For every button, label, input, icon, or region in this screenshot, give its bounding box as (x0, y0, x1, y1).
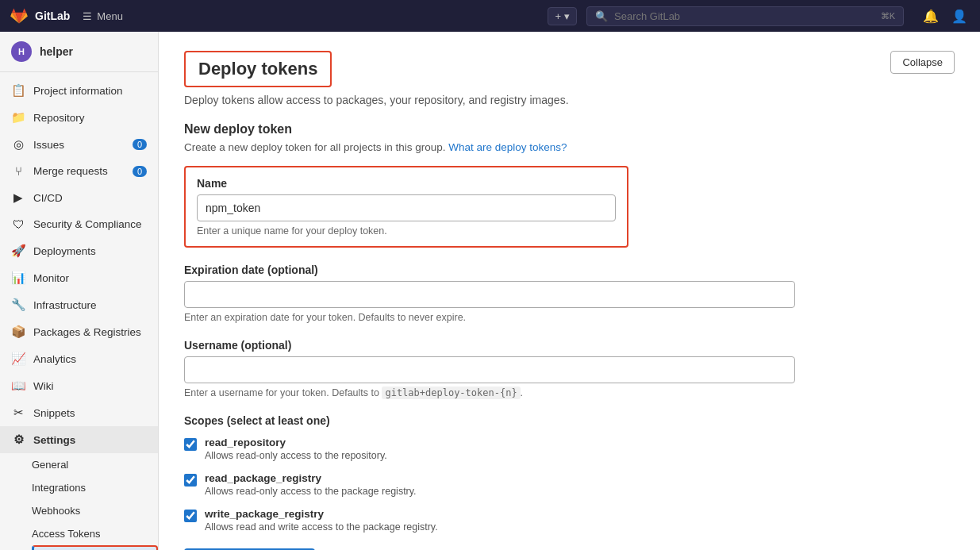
search-bar[interactable]: 🔍 ⌘K (586, 6, 904, 26)
wiki-icon: 📖 (11, 379, 25, 393)
create-new-button[interactable]: + ▾ (548, 7, 577, 25)
scope-write-package-registry-checkbox[interactable] (184, 510, 197, 522)
sidebar-item-label: Analytics (33, 353, 76, 365)
sidebar-item-label: Infrastructure (33, 299, 97, 311)
sidebar-item-label: CI/CD (33, 192, 63, 204)
sidebar-sub-item-webhooks[interactable]: Webhooks (32, 499, 158, 522)
sidebar-user: H helper (0, 32, 158, 72)
sidebar-item-project-information[interactable]: 📋 Project information (0, 77, 158, 104)
page-description: Deploy tokens allow access to packages, … (184, 94, 955, 106)
analytics-icon: 📈 (11, 352, 25, 366)
sidebar-sub-label: General (32, 459, 68, 471)
sidebar-sub-item-general[interactable]: General (32, 453, 158, 476)
infrastructure-icon: 🔧 (11, 298, 25, 312)
search-input[interactable] (614, 10, 874, 22)
sidebar-item-label: Monitor (33, 272, 69, 284)
name-field-highlight-box: Name Enter a unique name for your deploy… (184, 166, 628, 248)
sidebar-item-security-compliance[interactable]: 🛡 Security & Compliance (0, 211, 158, 237)
username-label: helper (40, 45, 73, 58)
sidebar-item-repository[interactable]: 📁 Repository (0, 104, 158, 131)
sidebar-item-settings[interactable]: ⚙ Settings (0, 426, 158, 453)
sidebar-item-label: Merge requests (33, 165, 108, 177)
scope-write-package-registry-label: write_package_registry (205, 508, 438, 520)
menu-button[interactable]: ☰ Menu (83, 10, 123, 22)
expiration-hint: Enter an expiration date for your token.… (184, 312, 955, 323)
sidebar-item-packages-registries[interactable]: 📦 Packages & Registries (0, 318, 158, 345)
repository-icon: 📁 (11, 110, 25, 125)
expiration-label: Expiration date (optional) (184, 263, 955, 276)
monitor-icon: 📊 (11, 271, 25, 285)
project-info-icon: 📋 (11, 83, 25, 98)
scope-read-repository-label: read_repository (205, 437, 387, 448)
main-content: Deploy tokens Collapse Deploy tokens all… (159, 32, 980, 550)
sidebar-item-cicd[interactable]: ▶ CI/CD (0, 184, 158, 211)
gitlab-logo[interactable]: GitLab (10, 6, 70, 25)
deployments-icon: 🚀 (11, 244, 25, 258)
sidebar-item-merge-requests[interactable]: ⑂ Merge requests 0 (0, 158, 158, 184)
sidebar-item-label: Repository (33, 112, 85, 124)
sidebar-item-label: Packages & Registries (33, 326, 141, 338)
page-header: Deploy tokens Collapse (184, 51, 955, 87)
nav-icons: 🔔 👤 (920, 6, 970, 27)
sidebar-item-wiki[interactable]: 📖 Wiki (0, 372, 158, 399)
sidebar-item-snippets[interactable]: ✂ Snippets (0, 399, 158, 426)
avatar: H (11, 41, 32, 62)
scopes-form-group: Scopes (select at least one) read_reposi… (184, 414, 955, 533)
username-form-group: Username (optional) Enter a username for… (184, 339, 955, 398)
sidebar-navigation: 📋 Project information 📁 Repository ◎ Iss… (0, 72, 158, 550)
top-navigation: GitLab ☰ Menu + ▾ 🔍 ⌘K 🔔 👤 (0, 0, 980, 32)
scope-read-repository-checkbox[interactable] (184, 438, 197, 451)
sidebar-sub-item-integrations[interactable]: Integrations (32, 476, 158, 499)
sidebar: H helper 📋 Project information 📁 Reposit… (0, 32, 159, 550)
collapse-button[interactable]: Collapse (890, 51, 955, 74)
settings-submenu: General Integrations Webhooks Access Tok… (0, 453, 158, 550)
scope-write-package-registry: write_package_registry Allows read and w… (184, 508, 955, 533)
sidebar-item-label: Settings (33, 434, 75, 446)
scopes-title: Scopes (select at least one) (184, 414, 955, 427)
sidebar-item-label: Deployments (33, 245, 96, 257)
what-are-deploy-tokens-link[interactable]: What are deploy tokens? (448, 141, 567, 153)
new-token-section-title: New deploy token (184, 122, 955, 137)
sidebar-sub-item-repository[interactable]: Repository (32, 545, 158, 550)
settings-icon: ⚙ (11, 433, 25, 447)
sidebar-item-infrastructure[interactable]: 🔧 Infrastructure (0, 291, 158, 318)
username-input[interactable] (184, 356, 795, 383)
sidebar-item-monitor[interactable]: 📊 Monitor (0, 264, 158, 291)
plus-icon: + (555, 10, 561, 22)
notifications-icon[interactable]: 🔔 (920, 6, 942, 27)
sidebar-item-label: Security & Compliance (33, 218, 142, 230)
issues-icon: ◎ (11, 137, 25, 152)
sidebar-sub-label: Webhooks (32, 505, 80, 517)
scope-read-package-registry-checkbox[interactable] (184, 474, 197, 487)
merge-requests-badge: 0 (133, 166, 147, 177)
expiration-form-group: Expiration date (optional) Enter an expi… (184, 263, 955, 323)
name-input[interactable] (197, 194, 616, 221)
sidebar-sub-label: Access Tokens (32, 528, 100, 540)
sidebar-item-issues[interactable]: ◎ Issues 0 (0, 131, 158, 158)
search-icon: 🔍 (595, 10, 608, 22)
scope-read-package-registry-desc: Allows read-only access to the package r… (205, 486, 417, 497)
sidebar-item-analytics[interactable]: 📈 Analytics (0, 345, 158, 372)
sidebar-sub-item-access-tokens[interactable]: Access Tokens (32, 522, 158, 545)
snippets-icon: ✂ (11, 406, 25, 420)
scope-read-repository-desc: Allows read-only access to the repositor… (205, 450, 387, 461)
chevron-down-icon: ▾ (564, 10, 570, 22)
sidebar-sub-label: Integrations (32, 482, 86, 494)
scope-write-package-registry-desc: Allows read and write access to the pack… (205, 521, 438, 533)
sidebar-item-label: Project information (33, 85, 123, 97)
packages-icon: 📦 (11, 325, 25, 339)
sidebar-item-label: Wiki (33, 380, 54, 392)
hamburger-icon: ☰ (83, 10, 92, 22)
sidebar-item-label: Issues (33, 139, 64, 151)
scope-read-package-registry-label: read_package_registry (205, 472, 417, 484)
page-title: Deploy tokens (198, 59, 317, 79)
issues-badge: 0 (133, 139, 147, 150)
new-token-section-desc: Create a new deploy token for all projec… (184, 141, 955, 153)
cicd-icon: ▶ (11, 190, 25, 205)
sidebar-item-deployments[interactable]: 🚀 Deployments (0, 237, 158, 264)
name-hint: Enter a unique name for your deploy toke… (197, 225, 616, 237)
page-title-box: Deploy tokens (184, 51, 332, 87)
expiration-input[interactable] (184, 281, 795, 308)
sidebar-item-label: Snippets (33, 407, 75, 419)
profile-icon[interactable]: 👤 (948, 6, 970, 27)
